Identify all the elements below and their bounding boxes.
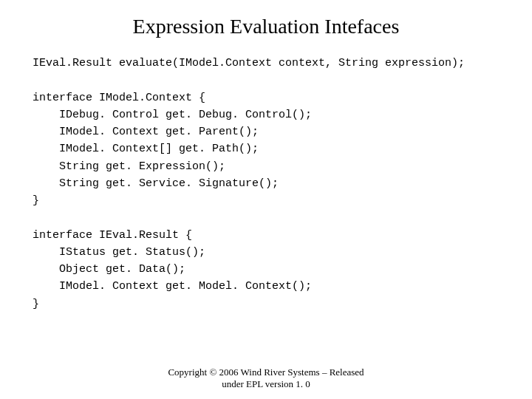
footer-line: Copyright © 2006 Wind River Systems – Re… xyxy=(0,366,532,378)
slide-title: Expression Evaluation Intefaces xyxy=(0,0,532,44)
code-line: IEval.Result evaluate(IModel.Context con… xyxy=(33,57,465,69)
footer: Copyright © 2006 Wind River Systems – Re… xyxy=(0,366,532,391)
code-line: String get. Service. Signature(); xyxy=(59,177,279,190)
slide: Expression Evaluation Intefaces IEval.Re… xyxy=(0,0,532,399)
code-line: } xyxy=(33,298,39,310)
footer-line: under EPL version 1. 0 xyxy=(0,378,532,390)
code-line: IStatus get. Status(); xyxy=(59,246,205,259)
code-block: IEval.Result evaluate(IModel.Context con… xyxy=(0,44,532,313)
code-line: IModel. Context get. Parent(); xyxy=(59,126,259,138)
code-line: IModel. Context get. Model. Context(); xyxy=(59,280,312,293)
code-line: String get. Expression(); xyxy=(59,160,225,173)
code-line: } xyxy=(33,194,39,207)
code-line: IDebug. Control get. Debug. Control(); xyxy=(59,109,312,121)
code-line: IModel. Context[] get. Path(); xyxy=(59,143,259,155)
code-line: interface IModel.Context { xyxy=(33,92,205,104)
code-line: Object get. Data(); xyxy=(59,263,185,276)
code-line: interface IEval.Result { xyxy=(33,229,192,242)
